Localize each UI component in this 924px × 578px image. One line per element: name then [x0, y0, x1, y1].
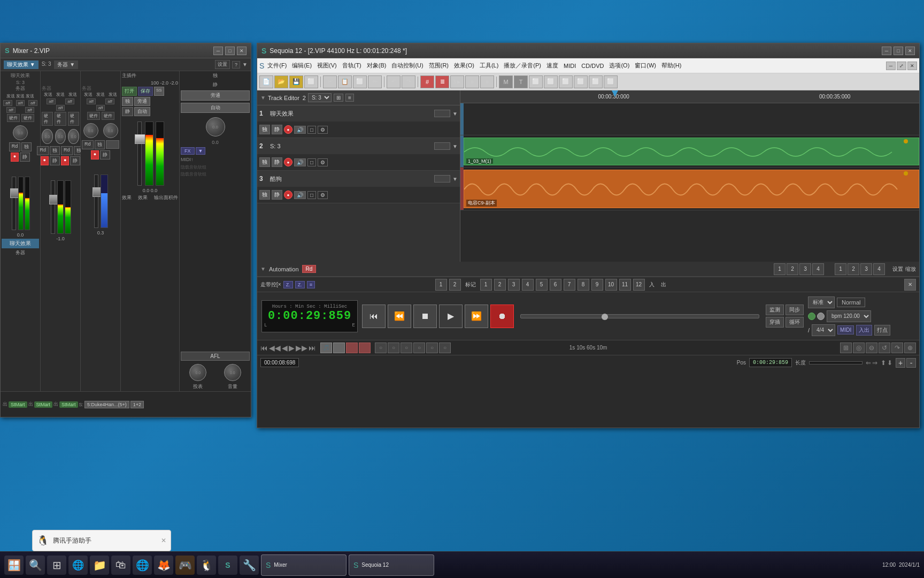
tb-10[interactable]: ⬜	[604, 75, 618, 88]
track-2-settings-button[interactable]: ⚙	[318, 158, 328, 166]
sequoia-app-icon[interactable]: S	[259, 62, 264, 70]
auto-tab-1-3[interactable]: 3	[799, 263, 811, 275]
tb-5[interactable]: ⬜	[529, 75, 543, 88]
tb-t[interactable]: T	[514, 75, 528, 88]
ch2-quiet-button[interactable]: 静	[50, 156, 60, 165]
loop-button[interactable]: 循环	[786, 317, 804, 328]
wb-num-2[interactable]: 2	[494, 279, 506, 291]
nav-zoom-6[interactable]: ⊕	[904, 343, 916, 353]
automation-zoom-label[interactable]: 缩放	[905, 265, 916, 273]
tb-redo[interactable]: ↷	[402, 75, 415, 88]
tb-save[interactable]: 💾	[289, 75, 303, 88]
seq-inner-min[interactable]: ─	[886, 62, 896, 70]
ch3-solo-button[interactable]: 独	[95, 140, 105, 149]
wb-num-9[interactable]: 9	[591, 279, 603, 291]
ch2-knob3[interactable]: 0.0	[68, 129, 79, 144]
scrubber-handle[interactable]	[602, 314, 608, 320]
ch1-aff2[interactable]: aff	[16, 100, 25, 106]
wb-num-6[interactable]: 6	[550, 279, 561, 291]
mixer-auto-button2[interactable]: 自动	[181, 103, 250, 113]
zoom-in-button[interactable]: +	[896, 358, 905, 368]
menu-options[interactable]: 选项(O)	[607, 60, 632, 71]
sequoia-maximize-button[interactable]: □	[894, 47, 903, 55]
seq-inner-close[interactable]: ✕	[907, 62, 917, 70]
trans-ffwd[interactable]: ⏩	[465, 305, 488, 328]
nav-step-back[interactable]: ◀◀	[269, 344, 281, 352]
nav-to-end[interactable]: ⏭	[309, 344, 316, 352]
mixer-fx-button[interactable]: FX	[181, 147, 195, 155]
taskbar-windows-icon[interactable]: 🪟	[4, 556, 24, 575]
tb-new[interactable]: 📄	[259, 75, 273, 88]
mixer-main-knob[interactable]: 0.0	[206, 117, 225, 136]
zoom-out-button[interactable]: -	[906, 358, 916, 368]
ch1-mute-button[interactable]: ●	[11, 153, 19, 162]
menu-track[interactable]: 音轨(T)	[340, 60, 364, 71]
midi-label[interactable]: MIDI	[837, 325, 854, 334]
menu-speed[interactable]: 速度	[544, 60, 560, 71]
nav-zoom-1[interactable]: ⊞	[840, 343, 852, 353]
track-2-monitor-button[interactable]: 🔊	[294, 158, 306, 166]
tb-undo[interactable]: ↶	[387, 75, 401, 88]
mixer-minimize-button[interactable]: ─	[213, 47, 223, 55]
nav-marker-6[interactable]: ○	[439, 343, 451, 353]
wb-num-8[interactable]: 8	[578, 279, 589, 291]
track-2-arrow[interactable]: ▼	[452, 143, 458, 149]
taskbar-search-icon[interactable]: 🔍	[26, 556, 45, 575]
mixer-maximize-button[interactable]: □	[225, 47, 235, 55]
mixer-help-button[interactable]: ?	[232, 61, 240, 69]
ch2-quiet2-button[interactable]: 静	[70, 156, 80, 165]
nav-to-start[interactable]: ⏮	[260, 344, 268, 352]
nav-tool-3[interactable]	[346, 343, 358, 353]
master-mute-button[interactable]: 静	[122, 107, 133, 116]
mixer-close-button[interactable]: ✕	[237, 47, 247, 55]
nav-tool-1[interactable]: 🎵	[320, 343, 332, 353]
ch2-mute-button[interactable]: ●	[41, 156, 49, 165]
nav-marker-4[interactable]: ○	[413, 343, 425, 353]
trans-rewind[interactable]: ⏪	[388, 305, 411, 328]
ch1-mute2-button[interactable]: 静	[20, 153, 30, 162]
master-solo-button[interactable]: 独	[122, 97, 133, 106]
auto-tab-2-4[interactable]: 4	[873, 263, 885, 275]
menu-file[interactable]: 文件(F)	[265, 60, 289, 71]
nav-tool-4[interactable]	[359, 343, 371, 353]
wb-tab-1[interactable]: 1	[435, 279, 447, 291]
ch3-fader-handle[interactable]	[93, 187, 101, 197]
wb-num-3[interactable]: 3	[508, 279, 520, 291]
tb-sel3[interactable]: ≡	[480, 75, 494, 88]
monitor-button[interactable]: 监测	[766, 305, 784, 315]
taskbar-tencent-icon[interactable]: 🎮	[175, 556, 195, 575]
track-2-clip[interactable]: 1_03_M(1)	[464, 138, 919, 165]
track-3-monitor-button[interactable]: 🔊	[294, 191, 306, 199]
menu-help[interactable]: 帮助(H)	[659, 60, 683, 71]
mixer-role-select[interactable]: 务器 ▼	[54, 60, 78, 69]
menu-view[interactable]: 视图(V)	[315, 60, 339, 71]
sync-button[interactable]: 同步	[786, 305, 804, 315]
mixer-settings-button[interactable]: 设置	[215, 60, 230, 69]
tb-6[interactable]: ⬜	[544, 75, 558, 88]
tb-cut[interactable]: ✂	[323, 75, 337, 88]
auto-tab-1-4[interactable]: 4	[812, 263, 824, 275]
mixer-afl-button[interactable]: AFL	[181, 352, 250, 361]
ch2-rd-button[interactable]: Rd	[37, 146, 49, 155]
tb-7[interactable]: ⬜	[559, 75, 573, 88]
wb-num-7[interactable]: 7	[564, 279, 575, 291]
master-bypass-button[interactable]: 旁通	[134, 97, 150, 106]
walkband-btn3[interactable]: ≡	[307, 281, 315, 288]
automation-rd-button[interactable]: Rd	[302, 265, 317, 273]
ch2-fader[interactable]	[51, 180, 55, 234]
menu-midi[interactable]: MIDI	[561, 62, 578, 70]
ch2-solo-button[interactable]: 独	[50, 146, 60, 155]
nav-zoom-2[interactable]: ◎	[853, 343, 865, 353]
taskbar-taskview-icon[interactable]: ⊞	[47, 556, 66, 575]
master-fader-handle[interactable]	[135, 134, 145, 144]
tb-pencil[interactable]: ✏	[368, 75, 382, 88]
beat-label[interactable]: 打点	[874, 325, 890, 336]
track-1-lock-button[interactable]: □	[307, 126, 316, 134]
master-fader[interactable]	[137, 121, 142, 186]
tb-copy[interactable]: 📋	[338, 75, 352, 88]
nav-back[interactable]: ◀	[282, 344, 288, 352]
track-2-mute-button[interactable]: 静	[272, 157, 282, 167]
track-2-solo-button[interactable]: 独	[259, 157, 270, 167]
walkband-btn2[interactable]: Z.	[295, 281, 305, 288]
te-collapse-icon[interactable]: ▼	[260, 95, 266, 101]
